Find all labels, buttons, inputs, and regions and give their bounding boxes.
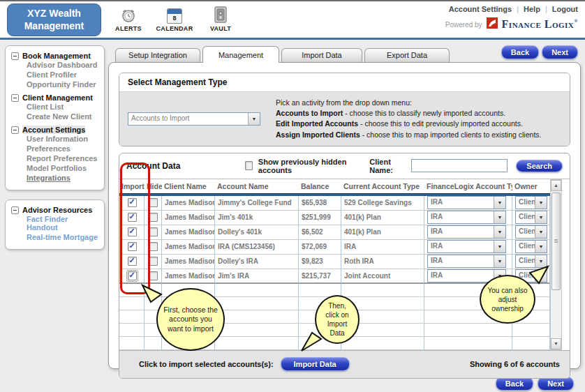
- dropdown-arrow-icon[interactable]: [494, 241, 505, 252]
- import-checkbox[interactable]: [128, 242, 137, 251]
- table-row: James Madison Dolley's IRA $9,823 Roth I…: [119, 255, 550, 269]
- fl-account-type-dropdown[interactable]: IRA: [427, 196, 506, 209]
- table-row: James Madison Jimmy's College Fund $65,9…: [119, 196, 550, 211]
- alerts-button[interactable]: ALERTS: [110, 6, 147, 32]
- back-button-bottom[interactable]: Back: [496, 377, 533, 391]
- client-name-input[interactable]: [411, 159, 508, 172]
- collapse-icon[interactable]: [11, 206, 19, 214]
- sidebar-item-client-list[interactable]: Client List: [11, 102, 100, 112]
- next-button-bottom[interactable]: Next: [538, 377, 574, 391]
- balance-cell: $72,069: [299, 240, 341, 255]
- vertical-scrollbar[interactable]: ▲ ▼: [550, 179, 562, 350]
- dropdown-arrow-icon[interactable]: [535, 197, 547, 209]
- import-checkbox[interactable]: [128, 227, 137, 236]
- hide-checkbox[interactable]: [149, 213, 158, 222]
- scrollbar-track[interactable]: [551, 191, 561, 338]
- sidebar-item-fact-finder-handout[interactable]: Fact Finder Handout: [11, 214, 100, 232]
- fl-account-type-dropdown[interactable]: IRA: [427, 225, 506, 239]
- current-type-cell: IRA: [341, 240, 424, 255]
- sidebar-item-create-new-client[interactable]: Create New Client: [11, 112, 100, 121]
- client-name-cell: James Madison: [162, 225, 215, 240]
- balance-cell: $65,938: [299, 196, 341, 211]
- logout-link[interactable]: Logout: [552, 5, 578, 13]
- import-checkbox[interactable]: [128, 213, 137, 222]
- hide-checkbox[interactable]: [149, 242, 158, 251]
- collapse-icon[interactable]: [11, 126, 19, 134]
- tab-export-data[interactable]: Export Data: [364, 48, 450, 62]
- callout-adjust-ownership: You can also adjust ownership: [480, 275, 535, 324]
- scroll-up-icon[interactable]: ▲: [551, 180, 561, 191]
- scroll-down-icon[interactable]: ▼: [551, 338, 561, 349]
- collapse-icon[interactable]: [11, 52, 19, 60]
- powered-by-label: Powered by: [445, 21, 482, 29]
- current-type-cell: 401(k) Plan: [341, 211, 424, 225]
- owner-dropdown[interactable]: Client: [515, 225, 547, 239]
- scrollbar-thumb[interactable]: [551, 193, 561, 290]
- col-current-type: Current Account Type: [341, 179, 424, 193]
- hide-checkbox[interactable]: [149, 198, 158, 207]
- import-checkbox[interactable]: [128, 271, 137, 280]
- sidebar-item-advisor-dashboard[interactable]: Advisor Dashboard: [11, 60, 100, 70]
- dropdown-arrow-icon[interactable]: [494, 226, 505, 238]
- callout-choose-accounts: First, choose the accounts you want to i…: [156, 288, 225, 351]
- import-checkbox[interactable]: [128, 198, 137, 207]
- alarm-clock-icon: [120, 6, 137, 24]
- hide-checkbox[interactable]: [149, 257, 158, 266]
- account-settings-link[interactable]: Account Settings: [449, 5, 512, 13]
- sidebar-item-real-time-mortgage[interactable]: Real-time Mortgage: [11, 232, 100, 242]
- tab-management[interactable]: Management: [202, 46, 279, 63]
- owner-dropdown[interactable]: Client: [515, 196, 547, 209]
- tab-setup-integration[interactable]: Setup Integration: [115, 48, 200, 62]
- hide-checkbox[interactable]: [149, 227, 158, 236]
- sidebar-section-advisor-resources[interactable]: Advisor Resources: [11, 206, 100, 214]
- dropdown-arrow-icon[interactable]: [248, 113, 260, 125]
- sidebar-item-user-information[interactable]: User Information: [11, 134, 100, 144]
- sidebar-item-model-portfolios[interactable]: Model Portfolios: [11, 163, 100, 173]
- import-checkbox[interactable]: [128, 257, 137, 266]
- next-button-top[interactable]: Next: [542, 45, 578, 59]
- owner-dropdown[interactable]: Client: [515, 211, 547, 224]
- sidebar-section-client-management[interactable]: Client Management: [11, 93, 100, 102]
- dropdown-arrow-icon[interactable]: [535, 241, 547, 252]
- hide-checkbox[interactable]: [149, 271, 158, 280]
- select-management-type-title: Select Management Type: [119, 73, 570, 92]
- col-owner: Owner: [512, 179, 550, 193]
- help-link[interactable]: Help: [524, 5, 540, 13]
- dropdown-arrow-icon[interactable]: [494, 197, 505, 209]
- calendar-icon: 8: [167, 6, 182, 24]
- back-button-top[interactable]: Back: [501, 45, 539, 59]
- dropdown-arrow-icon[interactable]: [535, 211, 547, 223]
- dropdown-arrow-icon[interactable]: [494, 255, 505, 267]
- management-type-dropdown[interactable]: Accounts to Import: [128, 112, 260, 126]
- account-name-cell: Jimmy's College Fund: [215, 196, 299, 211]
- owner-dropdown[interactable]: Client: [515, 240, 547, 253]
- account-name-cell: Jim's IRA: [215, 269, 299, 284]
- sidebar-item-report-preferences[interactable]: Report Preferences: [11, 153, 100, 163]
- col-import: Import: [119, 179, 145, 193]
- dropdown-arrow-icon[interactable]: [535, 226, 547, 238]
- fl-account-type-dropdown[interactable]: IRA: [427, 255, 506, 268]
- calendar-button[interactable]: 8 CALENDAR: [156, 6, 193, 32]
- fl-account-type-dropdown[interactable]: IRA: [427, 240, 506, 253]
- search-button[interactable]: Search: [516, 160, 563, 172]
- show-hidden-checkbox[interactable]: [245, 161, 253, 170]
- sidebar-section-book-management[interactable]: Book Management: [11, 52, 100, 60]
- sidebar-item-integrations[interactable]: Integrations: [11, 173, 100, 183]
- collapse-icon[interactable]: [11, 94, 19, 102]
- sidebar-item-opportunity-finder[interactable]: Opportunity Finder: [11, 80, 100, 89]
- dropdown-arrow-icon[interactable]: [494, 211, 505, 223]
- finance-logix-icon: [487, 17, 498, 31]
- sidebar-nav-panel: Book Management Advisor Dashboard Client…: [5, 45, 105, 190]
- powered-by: Powered by Finance Logix®: [445, 17, 578, 31]
- fl-account-type-dropdown[interactable]: IRA: [427, 211, 506, 224]
- sidebar-item-client-profiler[interactable]: Client Profiler: [11, 70, 100, 80]
- vault-button[interactable]: VAULT: [202, 6, 239, 32]
- sidebar-section-account-settings[interactable]: Account Settings: [11, 126, 100, 134]
- tab-import-data[interactable]: Import Data: [281, 48, 362, 62]
- table-footer: Click to import selected accounts(s): Im…: [119, 350, 570, 378]
- select-management-type-box: Select Management Type Accounts to Impor…: [119, 73, 570, 146]
- sidebar-item-preferences[interactable]: Preferences: [11, 144, 100, 153]
- header-right: Account Settings | Help | Logout Powered…: [445, 5, 578, 31]
- table-header-row: Import Hide Client Name Account Name Bal…: [119, 179, 550, 193]
- import-data-button[interactable]: Import Data: [281, 357, 350, 371]
